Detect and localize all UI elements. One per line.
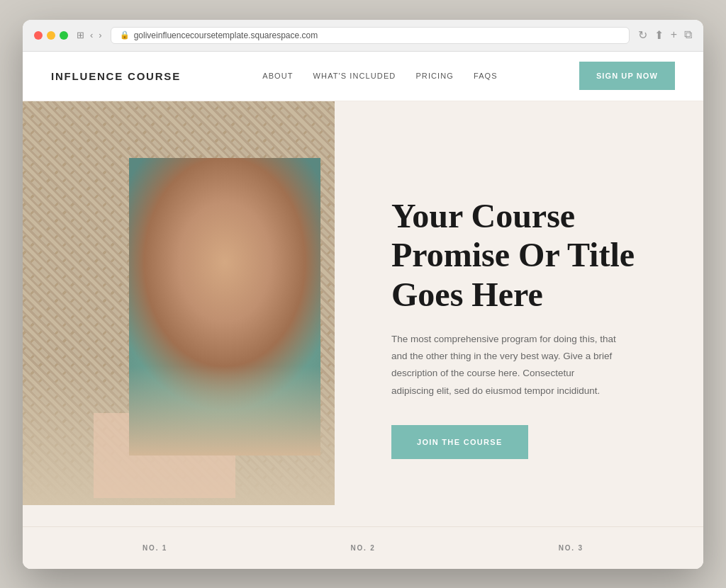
tabs-icon[interactable]: ⧉ xyxy=(684,28,692,42)
nav-link-pricing[interactable]: PRICING xyxy=(415,72,454,80)
portrait-bottom xyxy=(129,366,320,456)
number-1: NO. 1 xyxy=(143,544,167,552)
number-2: NO. 2 xyxy=(350,544,375,552)
join-course-button[interactable]: JOIN THE COURSE xyxy=(391,425,528,459)
address-bar[interactable]: 🔒 goliveinfluencecoursetemplate.squaresp… xyxy=(111,27,630,44)
nav-link-whats-included[interactable]: WHAT'S INCLUDED xyxy=(313,72,396,80)
browser-chrome: ⊞ ‹ › 🔒 goliveinfluencecoursetemplate.sq… xyxy=(23,20,703,52)
new-tab-icon[interactable]: + xyxy=(671,28,677,42)
lock-icon: 🔒 xyxy=(120,30,130,40)
bottom-numbers: NO. 1 NO. 2 NO. 3 xyxy=(23,526,703,569)
hero-images xyxy=(23,101,363,526)
site-logo[interactable]: INFLUENCE COURSE xyxy=(51,70,181,82)
hero-section: Your Course Promise Or Title Goes Here T… xyxy=(23,101,703,526)
forward-icon[interactable]: › xyxy=(99,30,101,40)
minimize-button[interactable] xyxy=(47,31,55,40)
hero-content: Your Course Promise Or Title Goes Here T… xyxy=(363,101,703,526)
hero-title: Your Course Promise Or Title Goes Here xyxy=(391,196,668,314)
nav-links: ABOUT WHAT'S INCLUDED PRICING FAQS xyxy=(262,72,498,80)
close-button[interactable] xyxy=(34,31,43,40)
navigation: INFLUENCE COURSE ABOUT WHAT'S INCLUDED P… xyxy=(23,52,703,101)
reload-icon[interactable]: ↻ xyxy=(638,28,647,42)
browser-controls: ⊞ ‹ › xyxy=(77,30,102,40)
browser-window: ⊞ ‹ › 🔒 goliveinfluencecoursetemplate.sq… xyxy=(23,20,703,569)
traffic-lights xyxy=(34,31,68,40)
portrait-image xyxy=(129,158,320,456)
nav-link-about[interactable]: ABOUT xyxy=(262,72,293,80)
nav-link-faqs[interactable]: FAQS xyxy=(474,72,498,80)
number-3: NO. 3 xyxy=(559,544,583,552)
sign-up-button[interactable]: SIGN UP NOW xyxy=(579,62,675,90)
hero-description: The most comprehensive program for doing… xyxy=(391,331,618,400)
back-icon[interactable]: ‹ xyxy=(90,30,93,40)
maximize-button[interactable] xyxy=(60,31,68,40)
share-icon[interactable]: ⬆ xyxy=(654,28,664,42)
sidebar-toggle-icon[interactable]: ⊞ xyxy=(77,30,84,40)
url-text: goliveinfluencecoursetemplate.squarespac… xyxy=(134,30,318,40)
browser-actions: ↻ ⬆ + ⧉ xyxy=(638,28,692,42)
website-content: INFLUENCE COURSE ABOUT WHAT'S INCLUDED P… xyxy=(23,52,703,569)
